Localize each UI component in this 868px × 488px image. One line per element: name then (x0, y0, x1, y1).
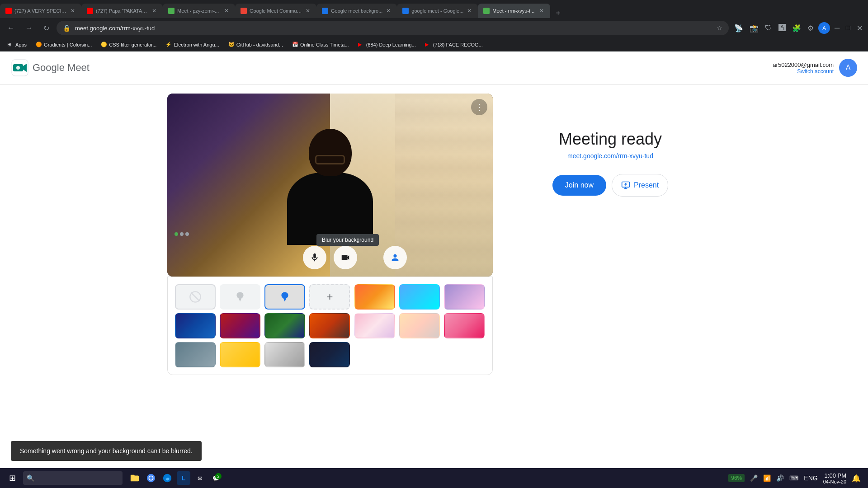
bookmark-deeplearning[interactable]: ▶ (684) Deep Learning... (354, 40, 420, 49)
switch-account-link[interactable]: Switch account (773, 68, 834, 75)
bg-nebula-option[interactable] (220, 313, 260, 338)
bg-room3-option[interactable] (264, 342, 305, 367)
bg-room2-option[interactable] (220, 342, 260, 367)
tab-favicon-5 (322, 8, 328, 14)
browser-chrome: (727) A VERY SPECIAL... ✕ (727) Papa "PA… (0, 0, 868, 52)
video-more-options[interactable]: ⋮ (471, 99, 487, 115)
minimize-icon[interactable]: ─ (833, 22, 841, 34)
css-favicon: 🟡 (101, 42, 107, 48)
effects-button[interactable] (383, 246, 407, 269)
bookmark-timetable-label: Online Class Timeta... (300, 42, 349, 47)
forward-button[interactable]: → (22, 22, 36, 34)
back-button[interactable]: ← (4, 22, 18, 34)
extension-icon[interactable]: 🧩 (790, 22, 803, 34)
microphone-tray-icon[interactable]: 🎤 (748, 474, 760, 483)
present-label: Present (634, 181, 659, 189)
taskbar-chrome[interactable] (144, 471, 158, 485)
adblocker-icon[interactable]: 🛡 (763, 22, 774, 34)
bookmark-timetable[interactable]: 📅 Online Class Timeta... (288, 40, 353, 49)
bookmark-face[interactable]: ▶ (718) FACE RECOG... (421, 40, 486, 49)
start-button[interactable]: ⊞ (5, 471, 19, 485)
tab-close-3[interactable]: ✕ (223, 7, 230, 15)
taskbar-search[interactable]: 🔍 (23, 471, 123, 485)
tab-close-6[interactable]: ✕ (466, 7, 472, 15)
bg-sunset-option[interactable] (354, 284, 395, 310)
tab-favicon-1 (5, 8, 12, 14)
taskbar-app3[interactable]: L (177, 471, 190, 485)
bg-room4-option[interactable] (309, 342, 350, 367)
screenshot-icon[interactable]: 📸 (748, 22, 760, 34)
taskbar-edge[interactable] (160, 471, 174, 485)
tab-close-7[interactable]: ✕ (538, 7, 545, 15)
blur-heavy-svg (278, 291, 291, 303)
bg-galaxy-option[interactable] (175, 313, 216, 338)
bookmark-apps[interactable]: ⊞ Apps (4, 40, 30, 49)
taskbar-file-explorer[interactable] (128, 471, 142, 485)
svg-point-12 (149, 476, 152, 479)
bg-beach-option[interactable] (399, 284, 440, 310)
present-button[interactable]: Present (612, 174, 668, 197)
taskbar-app4[interactable]: ✉ (193, 471, 207, 485)
bookmark-css[interactable]: 🟡 CSS filter generator... (97, 40, 160, 49)
tab-favicon-7 (483, 8, 490, 14)
battery-icon[interactable]: 96% (726, 473, 746, 483)
tab-2[interactable]: (727) Papa "PAKATA" b... ✕ (81, 4, 163, 18)
video-container: ⋮ (167, 94, 493, 277)
amazon-icon[interactable]: 🅰 (777, 22, 788, 34)
svg-line-6 (191, 293, 200, 301)
url-text: meet.google.com/rrm-xvyu-tud (75, 25, 712, 32)
tab-7[interactable]: Meet - rrm-xvyu-t... ✕ (478, 4, 550, 18)
bookmark-electron[interactable]: ⚡ Electron with Angu... (162, 40, 222, 49)
blur-light-icon (221, 285, 259, 309)
cast-icon[interactable]: 📡 (732, 22, 745, 34)
keyboard-icon[interactable]: ⌨ (788, 474, 800, 483)
tab-4[interactable]: Google Meet Commun... ✕ (235, 4, 316, 18)
bg-blur-light-option[interactable] (220, 284, 260, 310)
video-dots-indicator (175, 232, 189, 236)
close-browser-icon[interactable]: ✕ (855, 22, 864, 34)
profile-avatar[interactable]: A (839, 59, 857, 77)
network-icon[interactable]: 📶 (761, 474, 773, 483)
time-display[interactable]: 1:00 PM 04-Nov-20 (823, 472, 846, 484)
bg-add-image-option[interactable]: + (309, 284, 350, 310)
camera-button[interactable] (334, 246, 357, 269)
dot-inactive-2 (185, 232, 189, 236)
tab-3[interactable]: Meet - pzy-zemr-... ✕ (163, 4, 235, 18)
taskbar-app5[interactable]: 💬2 (209, 471, 223, 485)
notifications-button[interactable]: 🔔 (850, 473, 863, 483)
tab-favicon-6 (402, 8, 409, 14)
bookmark-github[interactable]: 🐱 GitHub - davidsand... (225, 40, 287, 49)
bg-blur-heavy-option[interactable] (264, 284, 305, 310)
bg-clouds-option[interactable] (444, 284, 485, 310)
tab-favicon-2 (87, 8, 93, 14)
bg-forest-option[interactable] (264, 313, 305, 338)
bg-canyon-option[interactable] (309, 313, 350, 338)
browser-profile-icon[interactable]: A (818, 22, 830, 34)
bg-room1-option[interactable] (175, 342, 216, 367)
bookmark-face-label: (718) FACE RECOG... (433, 42, 483, 47)
tab-close-5[interactable]: ✕ (385, 7, 392, 15)
tab-close-2[interactable]: ✕ (151, 7, 157, 15)
account-email: ar5022000@gmail.com (773, 61, 834, 68)
reload-button[interactable]: ↻ (40, 22, 53, 34)
address-bar[interactable]: 🔒 meet.google.com/rrm-xvyu-tud ☆ (57, 21, 729, 35)
tab-close-4[interactable]: ✕ (305, 7, 311, 15)
star-icon[interactable]: ☆ (716, 23, 723, 33)
volume-icon[interactable]: 🔊 (774, 474, 786, 483)
tab-1[interactable]: (727) A VERY SPECIAL... ✕ (0, 4, 81, 18)
maximize-icon[interactable]: □ (844, 22, 852, 34)
settings-icon[interactable]: ⚙ (806, 22, 816, 34)
bg-none-option[interactable] (175, 284, 216, 310)
new-tab-button[interactable]: + (550, 9, 566, 18)
join-now-button[interactable]: Join now (552, 175, 606, 196)
right-panel: Meeting ready meet.google.com/rrm-xvyu-t… (520, 94, 701, 197)
bookmark-gradients[interactable]: 🟠 Gradients | Colorsin... (32, 40, 95, 49)
tab-close-1[interactable]: ✕ (70, 7, 76, 15)
bg-pink-option[interactable] (444, 313, 485, 338)
tab-6[interactable]: google meet - Google... ✕ (397, 4, 478, 18)
microphone-button[interactable] (303, 246, 326, 269)
bg-flowers-option[interactable] (354, 313, 395, 338)
tab-5[interactable]: Google meet backgro... ✕ (316, 4, 397, 18)
taskbar-apps: L ✉ 💬2 (128, 471, 223, 485)
bg-peach-option[interactable] (399, 313, 440, 338)
